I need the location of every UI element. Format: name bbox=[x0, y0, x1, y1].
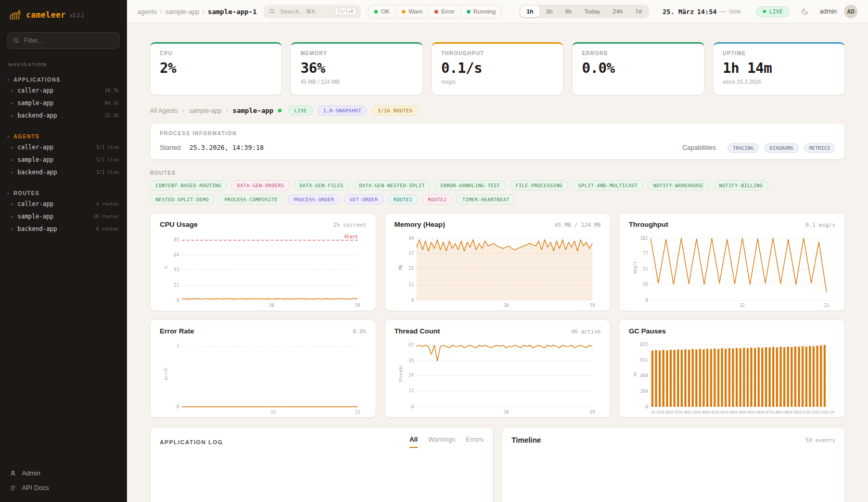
filter-error[interactable]: Error bbox=[428, 5, 461, 18]
live-status-badge[interactable]: LIVE bbox=[756, 6, 789, 17]
capability-diagrams: DIAGRAMS bbox=[764, 143, 799, 153]
svg-text:611: 611 bbox=[640, 357, 648, 363]
svg-text:102: 102 bbox=[640, 236, 648, 241]
count-badge: 32.2k bbox=[105, 113, 119, 118]
tab-all[interactable]: All bbox=[410, 436, 418, 448]
search-input[interactable] bbox=[279, 8, 330, 15]
sidebar-filter-input[interactable] bbox=[23, 36, 114, 45]
range-7d[interactable]: 7d bbox=[629, 6, 648, 17]
sidebar-routes-backend-app[interactable]: ▸ backend-app 6 routes bbox=[0, 223, 127, 235]
range-6h[interactable]: 6h bbox=[559, 6, 578, 17]
sidebar-agent-sample-app[interactable]: ▸ sample-app 1/1 live bbox=[0, 153, 127, 166]
filter-warn[interactable]: Warn bbox=[395, 5, 428, 18]
stat-card-cpu: CPU 2% bbox=[150, 42, 282, 95]
routes-count-pill: 3/16 ROUTES bbox=[372, 106, 418, 115]
range-24h[interactable]: 24h bbox=[606, 6, 629, 17]
search-box[interactable]: Ctrl+K bbox=[264, 5, 361, 18]
stat-card-uptime: UPTIME 1h 14m since 25.3.2026 bbox=[713, 42, 845, 95]
stat-card-memory: MEMORY 36% 45 MB / 124 MB bbox=[290, 42, 423, 95]
dark-mode-toggle[interactable] bbox=[801, 7, 809, 16]
routes-count-badge: 4 routes bbox=[96, 201, 119, 207]
sample-app-link[interactable]: sample-app bbox=[189, 107, 222, 114]
routes-section-header[interactable]: ▾ ROUTES bbox=[0, 189, 127, 198]
route-chip[interactable]: FILE-PROCESSING bbox=[510, 181, 568, 190]
svg-text:43: 43 bbox=[174, 267, 179, 272]
svg-text:threads: threads bbox=[399, 365, 403, 383]
sidebar-agent-backend-app[interactable]: ▸ backend-app 1/1 live bbox=[0, 166, 127, 178]
applications-section-title: APPLICATIONS bbox=[14, 77, 61, 83]
sidebar-filter[interactable] bbox=[7, 32, 120, 49]
route-chip[interactable]: TIMER-HEARTBEAT bbox=[456, 195, 515, 204]
svg-text:0: 0 bbox=[176, 298, 179, 303]
caret-down-icon: ▾ bbox=[7, 135, 10, 139]
capabilities-label: Capabilities bbox=[682, 144, 716, 151]
svg-text:51: 51 bbox=[643, 266, 648, 272]
route-chip[interactable]: NOTIFY-WAREHOUSE bbox=[647, 181, 709, 190]
range-3h[interactable]: 3h bbox=[540, 6, 559, 17]
svg-text:59: 59 bbox=[355, 303, 360, 308]
main-content[interactable]: CPU 2% MEMORY 36% 45 MB / 124 MB THROUGH… bbox=[127, 23, 868, 502]
route-chip[interactable]: DATA-GEN-FILES bbox=[294, 181, 349, 190]
svg-text:14:3514:3614:3714:3814:3914:40: 14:3514:3614:3714:3814:3914:4014:4114:42… bbox=[651, 410, 835, 415]
tab-warnings[interactable]: Warnings bbox=[428, 436, 455, 448]
route-chip[interactable]: SPLIT-AND-MULTICAST bbox=[572, 181, 643, 190]
route-chip[interactable]: PROCESS-ORDER bbox=[288, 195, 340, 204]
range-1h[interactable]: 1h bbox=[520, 6, 540, 17]
chart-card-memory-heap: Memory (Heap) 45 MB / 124 MB MB012253749… bbox=[385, 213, 611, 311]
running-status-dot bbox=[467, 10, 470, 14]
route-chip[interactable]: ERROR-HANDLING-TEST bbox=[435, 181, 505, 190]
chevron-right-icon: ▸ bbox=[11, 226, 14, 231]
svg-text:59: 59 bbox=[590, 303, 595, 308]
svg-text:23: 23 bbox=[824, 303, 829, 308]
live-pill: LIVE bbox=[288, 106, 312, 115]
charts-grid: CPU Usage 2% current %021436485Alert3059… bbox=[150, 213, 845, 418]
sidebar-admin-link[interactable]: Admin bbox=[9, 470, 118, 477]
error-rate-chart: err/h011223 bbox=[158, 337, 368, 415]
sidebar-app-caller-app[interactable]: ▸ caller-app 10.7k bbox=[0, 84, 127, 97]
date-range[interactable]: 25. März 14:54 — now bbox=[662, 8, 741, 16]
sidebar-footer: Admin API Docs bbox=[0, 462, 127, 502]
applications-section-header[interactable]: ▾ APPLICATIONS bbox=[0, 75, 127, 84]
route-chip[interactable]: DATA-GEN-ORDERS bbox=[231, 181, 289, 190]
routes-count-badge: 6 routes bbox=[96, 226, 119, 231]
agents-section-header[interactable]: ▾ AGENTS bbox=[0, 132, 127, 141]
route-chip[interactable]: ROUTE1 bbox=[388, 195, 418, 204]
sidebar-app-sample-app[interactable]: ▸ sample-app 84.1k bbox=[0, 97, 127, 109]
route-chip[interactable]: DATA-GEN-NESTED-SPLIT bbox=[353, 181, 430, 190]
route-chip[interactable]: NOTIFY-BILLING bbox=[713, 181, 769, 190]
svg-text:64: 64 bbox=[174, 252, 179, 258]
breadcrumb-sample-app[interactable]: sample-app bbox=[165, 8, 199, 16]
route-chip[interactable]: ROUTE2 bbox=[422, 195, 452, 204]
current-agent-label: sample-app bbox=[233, 107, 273, 114]
caret-down-icon: ▾ bbox=[7, 191, 10, 196]
filter-running[interactable]: Running bbox=[461, 5, 502, 18]
sidebar-app-backend-app[interactable]: ▸ backend-app 32.2k bbox=[0, 109, 127, 122]
timeline-card: Timeline 50 events bbox=[502, 427, 845, 502]
time-range-group: 1h 3h 6h Today 24h 7d bbox=[519, 5, 649, 18]
filter-ok[interactable]: OK bbox=[368, 5, 395, 18]
avatar[interactable]: AD bbox=[844, 5, 858, 18]
routes-section-title: ROUTES bbox=[14, 190, 40, 196]
range-today[interactable]: Today bbox=[578, 6, 607, 17]
svg-text:21: 21 bbox=[174, 282, 179, 288]
route-chip[interactable]: PROCESS-COMPOSITE bbox=[219, 195, 283, 204]
sidebar-routes-sample-app[interactable]: ▸ sample-app 16 routes bbox=[0, 210, 127, 223]
all-agents-link[interactable]: All Agents bbox=[150, 107, 177, 114]
sidebar-agent-caller-app[interactable]: ▸ caller-app 1/1 live bbox=[0, 141, 127, 153]
svg-text:12: 12 bbox=[271, 409, 276, 415]
svg-text:30: 30 bbox=[269, 303, 274, 308]
timeline-events-count: 50 events bbox=[806, 437, 835, 443]
route-chip[interactable]: GET-ORDER bbox=[344, 195, 384, 204]
breadcrumb-agents[interactable]: agents bbox=[137, 8, 157, 16]
chevron-right-icon: ▸ bbox=[11, 145, 14, 150]
sidebar-api-docs-link[interactable]: API Docs bbox=[9, 484, 118, 492]
tab-errors[interactable]: Errors bbox=[466, 436, 483, 448]
sidebar-routes-caller-app[interactable]: ▸ caller-app 4 routes bbox=[0, 198, 127, 210]
capability-metrics: METRICS bbox=[804, 143, 835, 153]
svg-text:0: 0 bbox=[411, 298, 414, 303]
route-chip[interactable]: CONTENT-BASED-ROUTING bbox=[150, 181, 227, 190]
app-root: cameleer v3.2.1 NAVIGATION ▾ APPLICATION… bbox=[0, 0, 868, 502]
route-chip[interactable]: NESTED-SPLIT-DEMO bbox=[150, 195, 214, 204]
svg-text:37: 37 bbox=[409, 251, 414, 256]
main-column: agents / sample-app / sample-app-1 Ctrl+… bbox=[127, 0, 868, 502]
